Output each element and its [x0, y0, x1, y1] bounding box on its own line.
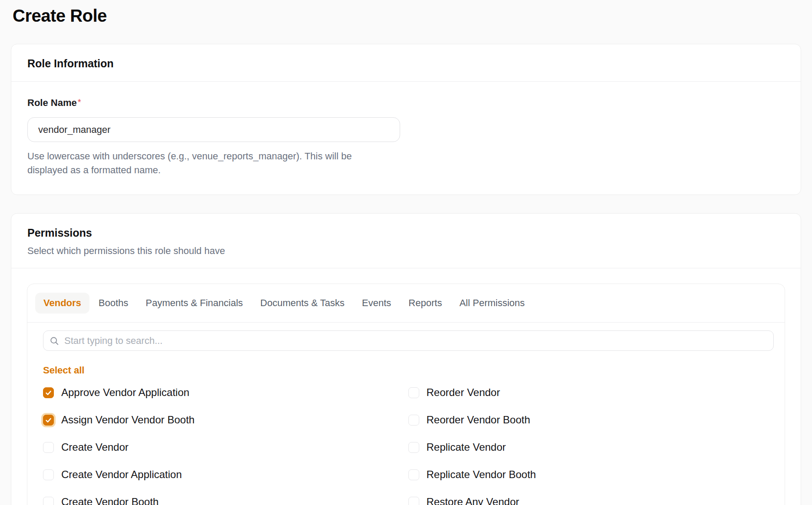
permission-row-replicate-vendor[interactable]: Replicate Vendor: [408, 441, 769, 453]
role-name-label: Role Name: [27, 97, 77, 108]
permission-row-reorder-vendor[interactable]: Reorder Vendor: [408, 386, 769, 399]
checkbox-checked-approve-vendor-application[interactable]: [43, 387, 54, 398]
permission-row-create-vendor-application[interactable]: Create Vendor Application: [43, 469, 404, 481]
permission-label: Replicate Vendor Booth: [427, 469, 536, 481]
permission-search-input[interactable]: [64, 335, 767, 347]
create-role-page: Create Role Role Information Role Name* …: [0, 0, 812, 505]
required-asterisk: *: [78, 97, 81, 107]
checkbox-create-vendor[interactable]: [43, 442, 54, 453]
permission-row-reorder-vendor-booth[interactable]: Reorder Vendor Booth: [408, 414, 769, 426]
permission-row-restore-any-vendor[interactable]: Restore Any Vendor: [408, 496, 769, 505]
permission-label: Restore Any Vendor: [427, 496, 519, 505]
permission-label: Create Vendor Booth: [61, 496, 159, 505]
role-name-label-row: Role Name*: [27, 97, 785, 109]
role-name-input[interactable]: [27, 117, 400, 142]
permissions-tabs: VendorsBoothsPayments & FinancialsDocume…: [27, 284, 785, 322]
tab-events[interactable]: Events: [354, 293, 399, 314]
permission-search-box[interactable]: [43, 330, 774, 351]
permissions-card-header: Permissions Select which permissions thi…: [11, 214, 801, 268]
permission-label: Reorder Vendor: [427, 386, 500, 399]
permissions-column-left: Approve Vendor ApplicationAssign Vendor …: [43, 386, 404, 505]
checkbox-restore-any-vendor[interactable]: [408, 497, 419, 505]
role-information-body: Role Name* Use lowercase with underscore…: [11, 82, 801, 195]
permission-row-assign-vendor-vendor-booth[interactable]: Assign Vendor Vendor Booth: [43, 414, 404, 426]
tab-payments-financials[interactable]: Payments & Financials: [137, 293, 251, 314]
permissions-title: Permissions: [27, 227, 785, 239]
checkbox-create-vendor-booth[interactable]: [43, 497, 54, 505]
checkbox-create-vendor-application[interactable]: [43, 469, 54, 480]
checkbox-reorder-vendor[interactable]: [408, 387, 419, 398]
tab-documents-tasks[interactable]: Documents & Tasks: [252, 293, 353, 314]
search-icon: [50, 336, 59, 346]
permissions-subtitle: Select which permissions this role shoul…: [27, 245, 785, 257]
tab-all-permissions[interactable]: All Permissions: [451, 293, 533, 314]
checkbox-checked-assign-vendor-vendor-booth[interactable]: [43, 415, 54, 426]
checkbox-reorder-vendor-booth[interactable]: [408, 415, 419, 426]
permissions-card: Permissions Select which permissions thi…: [11, 213, 801, 505]
permission-row-approve-vendor-application[interactable]: Approve Vendor Application: [43, 386, 404, 399]
permission-label: Reorder Vendor Booth: [427, 414, 530, 426]
permission-row-create-vendor[interactable]: Create Vendor: [43, 441, 404, 453]
permission-label: Assign Vendor Vendor Booth: [61, 414, 195, 426]
permissions-content: Select all Approve Vendor ApplicationAss…: [27, 323, 785, 505]
permission-label: Approve Vendor Application: [61, 386, 189, 399]
tab-reports[interactable]: Reports: [400, 293, 450, 314]
permission-row-replicate-vendor-booth[interactable]: Replicate Vendor Booth: [408, 469, 769, 481]
check-icon: [45, 389, 52, 396]
role-name-help-text: Use lowercase with underscores (e.g., ve…: [27, 149, 375, 177]
tab-booths[interactable]: Booths: [90, 293, 137, 314]
page-title: Create Role: [13, 6, 801, 26]
permissions-grid: Approve Vendor ApplicationAssign Vendor …: [43, 386, 769, 505]
permissions-column-right: Reorder VendorReorder Vendor BoothReplic…: [408, 386, 769, 505]
select-all-link[interactable]: Select all: [43, 365, 84, 376]
permission-label: Create Vendor Application: [61, 469, 182, 481]
checkbox-replicate-vendor-booth[interactable]: [408, 469, 419, 480]
tab-vendors[interactable]: Vendors: [35, 293, 89, 314]
permission-row-create-vendor-booth[interactable]: Create Vendor Booth: [43, 496, 404, 505]
permissions-divider: [11, 268, 801, 268]
role-information-card-header: Role Information: [11, 44, 801, 81]
permission-label: Replicate Vendor: [427, 441, 506, 453]
permissions-panel: VendorsBoothsPayments & FinancialsDocume…: [27, 284, 785, 505]
role-information-title: Role Information: [27, 57, 785, 70]
checkbox-replicate-vendor[interactable]: [408, 442, 419, 453]
permission-label: Create Vendor: [61, 441, 129, 453]
check-icon: [45, 417, 52, 423]
role-information-card: Role Information Role Name* Use lowercas…: [11, 44, 801, 195]
